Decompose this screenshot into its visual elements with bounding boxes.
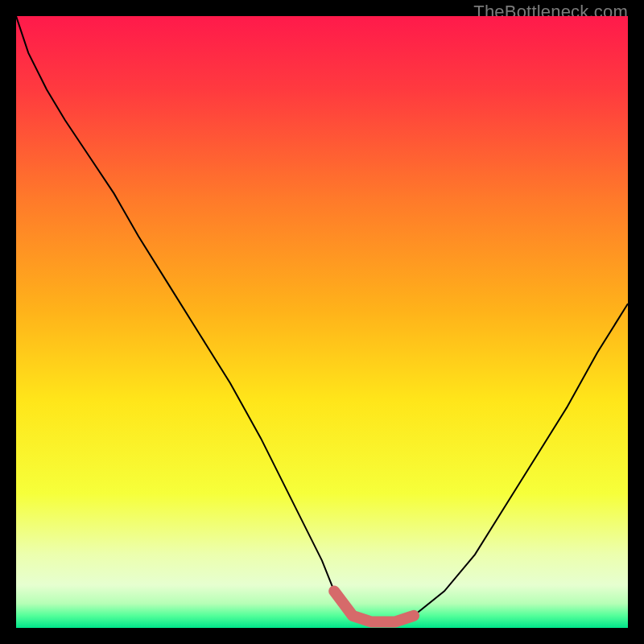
- gradient-background: [16, 16, 628, 628]
- chart-frame: TheBottleneck.com: [0, 0, 644, 644]
- chart-plot: [16, 16, 628, 628]
